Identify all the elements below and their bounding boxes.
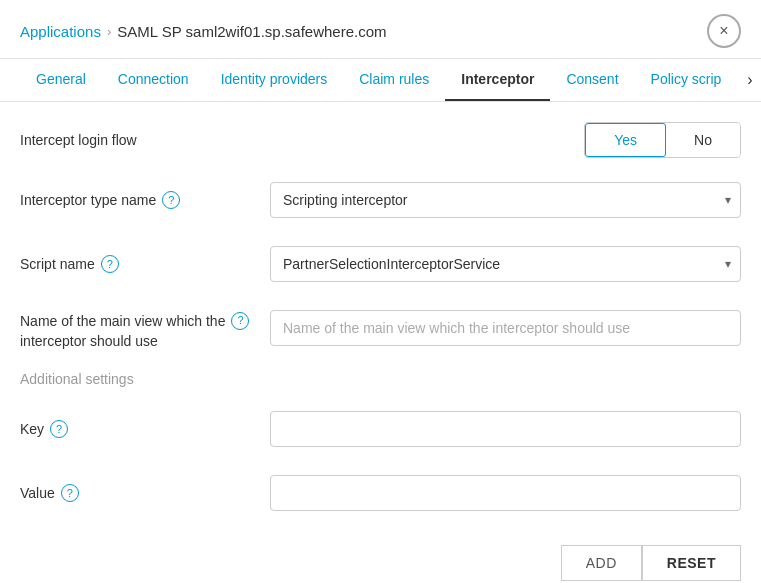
main-view-help-icon[interactable]: ? xyxy=(231,312,249,330)
main-view-row: Name of the main view which the intercep… xyxy=(20,306,741,351)
key-input-wrapper xyxy=(270,411,741,447)
close-button[interactable]: × xyxy=(707,14,741,48)
tab-connection[interactable]: Connection xyxy=(102,59,205,102)
script-name-help-icon[interactable]: ? xyxy=(101,255,119,273)
app-container: Applications › SAML SP saml2wif01.sp.saf… xyxy=(0,0,761,583)
script-name-label: Script name ? xyxy=(20,255,270,273)
reset-button[interactable]: RESET xyxy=(642,545,741,581)
tab-bar: General Connection Identity providers Cl… xyxy=(0,59,761,102)
breadcrumb-separator: › xyxy=(107,24,111,39)
breadcrumb-current: SAML SP saml2wif01.sp.safewhere.com xyxy=(117,23,386,40)
value-row: Value ? xyxy=(20,471,741,515)
add-button[interactable]: ADD xyxy=(561,545,642,581)
form-actions: ADD RESET xyxy=(20,535,741,581)
main-view-label: Name of the main view which the intercep… xyxy=(20,310,270,351)
value-input[interactable] xyxy=(270,475,741,511)
interceptor-type-select-wrapper: Scripting interceptor ▾ xyxy=(270,182,741,218)
key-row: Key ? xyxy=(20,407,741,451)
toggle-yes[interactable]: Yes xyxy=(585,123,666,157)
interceptor-type-help-icon[interactable]: ? xyxy=(162,191,180,209)
tab-general[interactable]: General xyxy=(20,59,102,102)
interceptor-type-select[interactable]: Scripting interceptor xyxy=(270,182,741,218)
key-help-icon[interactable]: ? xyxy=(50,420,68,438)
tab-scroll-arrow[interactable]: › xyxy=(741,59,758,101)
key-input[interactable] xyxy=(270,411,741,447)
interceptor-type-label: Interceptor type name ? xyxy=(20,191,270,209)
intercept-login-flow-label: Intercept login flow xyxy=(20,132,584,148)
script-name-select-wrapper: PartnerSelectionInterceptorService ▾ xyxy=(270,246,741,282)
main-content: Intercept login flow Yes No Interceptor … xyxy=(0,102,761,583)
main-view-input[interactable] xyxy=(270,310,741,346)
script-name-row: Script name ? PartnerSelectionIntercepto… xyxy=(20,242,741,286)
header: Applications › SAML SP saml2wif01.sp.saf… xyxy=(0,0,761,59)
interceptor-type-row: Interceptor type name ? Scripting interc… xyxy=(20,178,741,222)
tab-consent[interactable]: Consent xyxy=(550,59,634,102)
breadcrumb: Applications › SAML SP saml2wif01.sp.saf… xyxy=(20,23,387,40)
key-label: Key ? xyxy=(20,420,270,438)
intercept-login-flow-row: Intercept login flow Yes No xyxy=(20,122,741,158)
value-input-wrapper xyxy=(270,475,741,511)
value-help-icon[interactable]: ? xyxy=(61,484,79,502)
value-label: Value ? xyxy=(20,484,270,502)
script-name-select[interactable]: PartnerSelectionInterceptorService xyxy=(270,246,741,282)
tab-policy-scrip[interactable]: Policy scrip xyxy=(635,59,738,102)
tab-identity-providers[interactable]: Identity providers xyxy=(205,59,344,102)
breadcrumb-link[interactable]: Applications xyxy=(20,23,101,40)
tab-interceptor[interactable]: Interceptor xyxy=(445,59,550,102)
main-view-input-wrapper xyxy=(270,310,741,346)
toggle-no[interactable]: No xyxy=(666,123,740,157)
intercept-toggle-group: Yes No xyxy=(584,122,741,158)
tab-claim-rules[interactable]: Claim rules xyxy=(343,59,445,102)
additional-settings-title: Additional settings xyxy=(20,371,741,387)
